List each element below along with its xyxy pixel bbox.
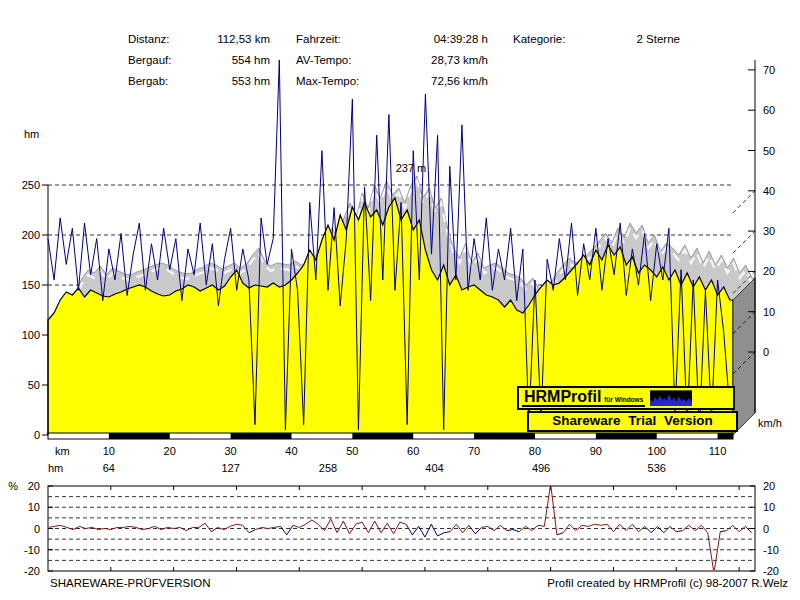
svg-text:0: 0 [34, 429, 40, 441]
stat-fahrzeit: Fahrzeit: 04:39:28 h [296, 29, 488, 50]
stat-value: 28,73 km/h [431, 50, 488, 71]
footer-shareware-text: SHAREWARE-PRÜFVERSION [50, 577, 211, 589]
hrmprofil-window: 050100150200250hmkm102030405060708090100… [0, 0, 800, 600]
svg-text:110: 110 [709, 445, 727, 457]
stat-distanz: Distanz: 112,53 km [128, 29, 270, 50]
svg-text:60: 60 [407, 445, 419, 457]
svg-text:10: 10 [763, 501, 775, 513]
svg-text:10: 10 [28, 501, 40, 513]
stat-label: Bergab: [128, 71, 168, 92]
left-axis-hm: 050100150200250hm [22, 128, 48, 441]
hrmprofil-logo-text: HRMProfil für Windows [522, 389, 645, 407]
stat-label: Kategorie: [513, 29, 565, 50]
svg-text:0: 0 [34, 523, 40, 535]
stat-bergauf: Bergauf: 554 hm [128, 50, 270, 71]
svg-text:%: % [8, 480, 18, 492]
svg-text:km: km [55, 445, 70, 457]
svg-text:-10: -10 [24, 544, 40, 556]
stat-bergab: Bergab: 553 hm [128, 71, 270, 92]
svg-text:60: 60 [763, 104, 775, 116]
svg-text:hm: hm [48, 462, 63, 474]
gradient-chart: -20-20-10-100010102020% [8, 480, 779, 577]
logo-subtitle: für Windows [604, 396, 643, 403]
svg-text:40: 40 [763, 185, 775, 197]
svg-text:80: 80 [529, 445, 541, 457]
svg-text:-20: -20 [763, 565, 779, 577]
stat-kategorie: Kategorie: 2 Sterne [513, 29, 680, 50]
km-ruler-bar [48, 433, 733, 439]
svg-text:70: 70 [763, 64, 775, 76]
svg-text:90: 90 [590, 445, 602, 457]
stat-value: 112,53 km [217, 29, 270, 50]
svg-text:30: 30 [763, 225, 775, 237]
svg-text:127: 127 [221, 462, 239, 474]
svg-text:km/h: km/h [758, 417, 782, 429]
svg-text:hm: hm [24, 128, 39, 140]
svg-text:250: 250 [22, 179, 40, 191]
peak-annotation: 237 m [396, 162, 427, 174]
hrmprofil-logo-box: HRMProfil für Windows [517, 386, 735, 410]
stat-value: 554 hm [232, 50, 270, 71]
stats-category-group: Kategorie: 2 Sterne [513, 29, 680, 50]
svg-text:50: 50 [346, 445, 358, 457]
stat-max-tempo: Max-Tempo: 72,56 km/h [296, 71, 488, 92]
stats-distance-group: Distanz: 112,53 km Bergauf: 554 hm Berga… [128, 29, 270, 92]
x-axis-labels: km102030405060708090100110 [55, 445, 726, 457]
stat-label: Distanz: [128, 29, 170, 50]
svg-text:200: 200 [22, 229, 40, 241]
svg-text:496: 496 [532, 462, 550, 474]
shareware-banner: Shareware Trial Version [527, 411, 738, 432]
stat-label: Bergauf: [128, 50, 171, 71]
svg-text:-20: -20 [24, 565, 40, 577]
logo-title: HRMProfil [524, 389, 601, 405]
svg-text:20: 20 [28, 480, 40, 492]
svg-text:0: 0 [763, 346, 769, 358]
svg-text:258: 258 [319, 462, 337, 474]
svg-text:150: 150 [22, 279, 40, 291]
svg-text:100: 100 [22, 329, 40, 341]
stat-value: 72,56 km/h [431, 71, 488, 92]
svg-text:100: 100 [648, 445, 666, 457]
mountain-profile-icon [650, 390, 692, 406]
svg-text:70: 70 [468, 445, 480, 457]
stat-value: 553 hm [232, 71, 270, 92]
svg-text:30: 30 [224, 445, 236, 457]
stat-label: Max-Tempo: [296, 71, 359, 92]
svg-text:404: 404 [425, 462, 443, 474]
svg-text:536: 536 [648, 462, 666, 474]
svg-text:64: 64 [103, 462, 115, 474]
stat-label: Fahrzeit: [296, 29, 341, 50]
svg-text:40: 40 [285, 445, 297, 457]
svg-text:0: 0 [763, 523, 769, 535]
svg-text:-10: -10 [763, 544, 779, 556]
svg-text:10: 10 [763, 306, 775, 318]
stats-time-group: Fahrzeit: 04:39:28 h AV-Tempo: 28,73 km/… [296, 29, 488, 92]
svg-text:20: 20 [763, 480, 775, 492]
cumulative-climb-row: hm64127258404496536 [48, 462, 666, 474]
footer-credit-text: Profil created by HRMProfil (c) 98-2007 … [547, 577, 788, 589]
stat-av-tempo: AV-Tempo: 28,73 km/h [296, 50, 488, 71]
stat-label: AV-Tempo: [296, 50, 351, 71]
svg-text:20: 20 [164, 445, 176, 457]
stat-value: 04:39:28 h [434, 29, 488, 50]
svg-text:20: 20 [763, 265, 775, 277]
stat-value: 2 Sterne [637, 29, 680, 50]
svg-text:10: 10 [103, 445, 115, 457]
svg-text:50: 50 [763, 145, 775, 157]
svg-text:50: 50 [28, 379, 40, 391]
svg-text:237 m: 237 m [396, 162, 427, 174]
